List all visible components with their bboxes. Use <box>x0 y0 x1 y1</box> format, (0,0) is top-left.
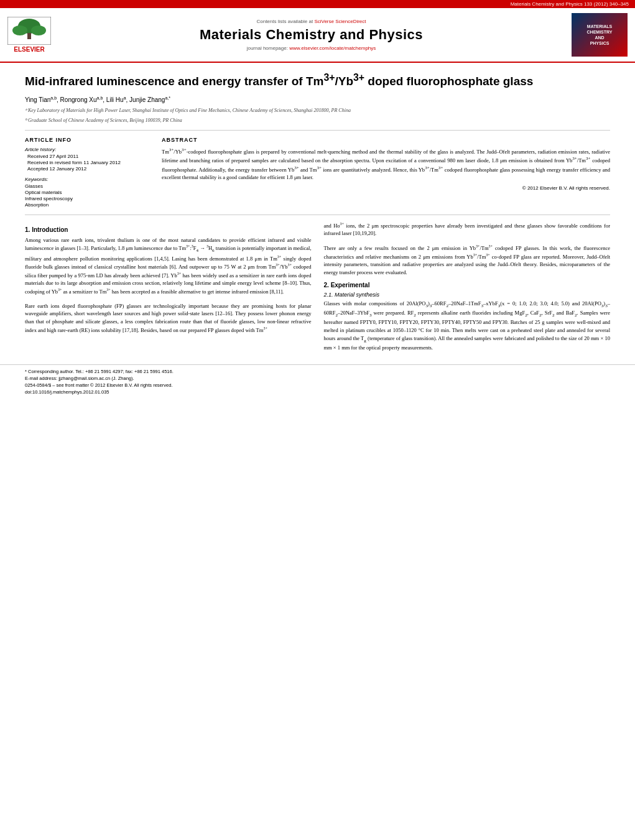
abstract-panel: ABSTRACT Tm3+/Yb3+-codoped fluorophospha… <box>162 137 610 208</box>
intro-para-right-2: There are only a few results focused on … <box>324 244 611 277</box>
journal-header: ELSEVIER Contents lists available at Sci… <box>0 8 635 63</box>
elsevier-logo: ELSEVIER <box>7 17 51 53</box>
intro-para-1: Among various rare earth ions, trivalent… <box>25 236 312 296</box>
journal-citation: Materials Chemistry and Physics 133 (201… <box>0 0 635 8</box>
keyword-3: Infrared spectroscopy <box>25 196 149 201</box>
intro-para-2: Rare earth ions doped fluorophosphate (F… <box>25 302 312 335</box>
article-info-panel: ARTICLE INFO Article history: Received 2… <box>25 137 149 208</box>
history-label: Article history: <box>25 147 149 152</box>
svg-point-2 <box>12 25 27 35</box>
abstract-text: Tm3+/Yb3+-codoped fluorophosphate glass … <box>162 147 610 182</box>
license-note: 0254-0584/$ – see front matter © 2012 El… <box>25 382 610 388</box>
footer: * Corresponding author. Tel.: +86 21 599… <box>0 364 635 399</box>
doi-line: doi:10.1016/j.matchemphys.2012.01.035 <box>25 389 610 395</box>
journal-center: Contents lists available at SciVerse Sci… <box>51 19 572 51</box>
svg-rect-4 <box>27 33 31 39</box>
sciverse-link[interactable]: SciVerse ScienceDirect <box>314 19 366 24</box>
affiliation-a: ᵃ Key Laboratory of Materials for High P… <box>25 107 610 114</box>
journal-title: Materials Chemistry and Physics <box>51 27 572 43</box>
article-container: Mid-infrared luminescence and energy tra… <box>0 63 635 358</box>
email-note: E-mail address: jjzhang@mail.siom.ac.cn … <box>25 376 610 381</box>
journal-logo-right: MATERIALSCHEMISTRYANDPHYSICS <box>572 13 628 57</box>
revised-date: Received in revised form 11 January 2012 <box>27 160 149 165</box>
intro-para-right-1: and Ho3+ ions, the 2 μm spectroscopic pr… <box>324 221 611 238</box>
journal-logo-line1: MATERIALSCHEMISTRYANDPHYSICS <box>587 24 613 46</box>
article-title: Mid-infrared luminescence and energy tra… <box>25 72 610 90</box>
experimental-para: Glasses with molar compositions of 20Al(… <box>324 300 611 352</box>
elsevier-label: ELSEVIER <box>14 46 44 53</box>
received-date: Received 27 April 2011 <box>27 154 149 159</box>
keyword-4: Absorption <box>25 202 149 208</box>
copyright: © 2012 Elsevier B.V. All rights reserved… <box>162 185 610 191</box>
svg-point-3 <box>31 25 46 35</box>
elsevier-tree-icon <box>7 17 51 45</box>
subsection-synthesis-title: 2.1. Material synthesis <box>324 292 611 298</box>
keywords-label: Keywords: <box>25 177 149 182</box>
keyword-1: Glasses <box>25 183 149 189</box>
abstract-heading: ABSTRACT <box>162 137 610 143</box>
article-info-heading: ARTICLE INFO <box>25 137 149 143</box>
body-col-left: 1. Introduction Among various rare earth… <box>25 221 312 352</box>
journal-homepage: journal homepage: www.elsevier.com/locat… <box>51 45 572 51</box>
accepted-date: Accepted 12 January 2012 <box>27 166 149 172</box>
keyword-2: Optical materials <box>25 190 149 195</box>
section-experimental-title: 2. Experimental <box>324 282 611 288</box>
affiliation-b: ᵇ Graduate School of Chinese Academy of … <box>25 117 610 124</box>
body-content: 1. Introduction Among various rare earth… <box>25 221 610 352</box>
corresponding-author-note: * Corresponding author. Tel.: +86 21 599… <box>25 369 610 374</box>
homepage-link[interactable]: www.elsevier.com/locate/matchemphys <box>289 45 376 51</box>
body-col-right: and Ho3+ ions, the 2 μm spectroscopic pr… <box>324 221 611 352</box>
sciverse-line: Contents lists available at SciVerse Sci… <box>51 19 572 24</box>
authors: Ying Tiana,b, Rongrong Xua,b, Lili Hua, … <box>25 96 610 103</box>
article-info-abstract: ARTICLE INFO Article history: Received 2… <box>25 137 610 208</box>
section-intro-title: 1. Introduction <box>25 226 312 233</box>
